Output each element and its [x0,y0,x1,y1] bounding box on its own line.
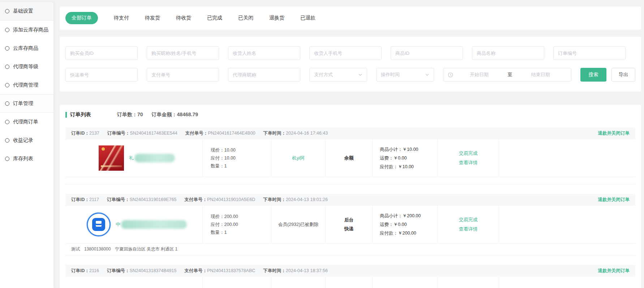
sidebar-item-basic-settings[interactable]: 基础设置 [0,2,53,21]
order-time-value: 2024-04-13 18:37:56 [286,268,328,273]
tab-pending-shipment[interactable]: 待发货 [145,12,160,24]
circle-icon [5,101,9,106]
filter-order-no-input[interactable] [553,46,626,60]
pay-method-cell: 后台 快递 [326,206,373,243]
order-body: 礼 现价：10.00 应付：10.00 数量：1 机yi阿 余额 商品小计：￥1 [65,139,635,177]
filter-consignee-phone-input[interactable] [309,46,382,60]
order-time-label: 下单时间： [263,268,286,273]
filter-product-name-input[interactable] [472,46,544,60]
pay-method-line: 快递 [344,224,354,233]
censored-text-blur [134,154,175,162]
qty-value: 1 [224,230,227,235]
sidebar-item-cloud-stock-products[interactable]: 云库存商品 [0,39,53,57]
tab-all-orders[interactable]: 全部订单 [65,12,98,24]
filter-panel: 支付方式 操作时间 开始日期 至 结束日期 搜索 导出 [60,37,641,92]
shipping-value: ￥0.00 [394,222,407,227]
payable-label: 应付款： [380,231,398,236]
payable-label: 应付款： [380,164,398,169]
order-no-label: 订单编号： [107,197,130,202]
extra-cell [499,277,635,288]
filter-consignee-name-input[interactable] [228,46,300,60]
tab-completed[interactable]: 已完成 [207,12,222,24]
product-cell: 中 [65,206,203,243]
sidebar-item-agent-level[interactable]: 代理商等级 [0,57,53,76]
order-status: 交易完成 [459,215,478,224]
tab-pending-payment[interactable]: 待支付 [114,12,129,24]
order-time-value: 2024-04-13 19:01:26 [286,197,328,202]
payable-value: ￥10.00 [398,164,414,169]
sidebar-item-agent-orders[interactable]: 代理商订单 [0,113,53,131]
order-block: 订单ID：2116 订单编号：SN24041318374B4915 支付单号：P… [65,265,635,288]
view-detail-link[interactable]: 查看详情 [459,158,478,167]
order-count: 订单数：70 [117,112,143,118]
order-id-label: 订单ID： [71,268,89,273]
page-root: 基础设置 添加云库存商品 云库存商品 代理商等级 代理商管理 订单管理 代理商订… [0,0,644,288]
search-button[interactable]: 搜索 [580,68,606,82]
product-cell [65,277,203,288]
select-placeholder: 支付方式 [314,71,333,78]
filter-pay-method-select[interactable]: 支付方式 [309,68,367,82]
sidebar-item-stock-list[interactable]: 库存列表 [0,149,53,168]
extra-cell [499,206,635,243]
order-no-value: SN24041617463EE544 [130,131,177,136]
sidebar: 基础设置 添加云库存商品 云库存商品 代理商等级 代理商管理 订单管理 代理商订… [0,2,53,288]
order-meta: 订单ID：2117 订单编号：SN240413190169E765 支付单号：P… [71,197,328,203]
pay-no-label: 支付单号： [185,131,208,136]
title-accent-bar [65,112,67,118]
order-id-value: 2137 [89,131,99,136]
sidebar-item-label: 云库存商品 [13,45,38,52]
circle-icon [5,138,9,143]
filter-product-id-input[interactable] [391,46,463,60]
export-button[interactable]: 导出 [611,68,635,82]
sidebar-item-order-management[interactable]: 订单管理 [0,94,53,113]
due-label: 应付： [211,156,224,161]
date-range-separator: 至 [505,71,514,78]
price-label: 现价： [211,148,224,153]
due-value: 10.00 [224,156,236,161]
filter-operate-time-select[interactable]: 操作时间 [376,68,434,82]
pay-no-label: 支付单号： [184,197,207,202]
clock-icon [448,72,453,78]
main-content: 全部订单 待支付 待发货 待收货 已完成 已关闭 退换货 已退款 [53,0,644,288]
order-status-tabs: 全部订单 待支付 待发货 待收货 已完成 已关闭 退换货 已退款 [60,6,641,30]
view-detail-link[interactable]: 查看详情 [459,224,478,234]
filter-member-id-input[interactable] [65,46,138,60]
date-start-placeholder: 开始日期 [453,71,506,78]
sidebar-item-agent-management[interactable]: 代理商管理 [0,76,53,94]
filter-express-no-input[interactable] [65,68,138,82]
pay-method-line: 后台 [344,216,354,224]
order-amount-value: 48468.79 [177,112,198,117]
filter-buyer-input[interactable] [147,46,219,60]
order-list-title: 订单列表 [70,111,91,118]
circle-icon [5,46,9,51]
totals-cell [373,277,438,288]
tab-refunded[interactable]: 已退款 [300,12,315,24]
sidebar-item-earnings-records[interactable]: 收益记录 [0,131,53,149]
tab-returns[interactable]: 退换货 [269,12,284,24]
pay-method-cell: 余额 [326,139,373,177]
sidebar-item-add-cloud-stock-product[interactable]: 添加云库存商品 [0,21,53,39]
refund-close-order-link[interactable]: 退款并关闭订单 [598,197,630,203]
shipping-value: ￥0.00 [394,156,407,161]
price-cell [203,277,271,288]
sidebar-item-label: 订单管理 [13,100,33,107]
tab-closed[interactable]: 已关闭 [238,12,253,24]
order-no-label: 订单编号： [107,131,130,136]
filter-agent-nickname-input[interactable] [228,68,300,82]
filter-row-1 [65,46,635,60]
pay-no-value: PN24041617464E4B00 [208,131,255,136]
order-amount-label: 订单金额： [152,112,177,117]
refund-close-order-link[interactable]: 退款并关闭订单 [598,130,630,136]
filter-date-range-picker[interactable]: 开始日期 至 结束日期 [443,68,571,82]
filter-pay-no-input[interactable] [147,68,219,82]
circle-icon [5,65,9,69]
price-cell: 现价：200.00 应付：200.00 数量：1 [203,206,271,243]
order-address: 测试 13800138000 宁夏回族自治区 吴忠市 利通区 1 [71,246,177,252]
refund-close-order-link[interactable]: 退款并关闭订单 [598,268,630,274]
subtotal-label: 商品小计： [380,213,403,218]
due-value: 200.00 [224,222,238,227]
product-name-text: 中 [116,221,120,228]
product-name: 中 [116,220,187,229]
circle-icon [5,83,9,87]
tab-pending-receipt[interactable]: 待收货 [176,12,191,24]
